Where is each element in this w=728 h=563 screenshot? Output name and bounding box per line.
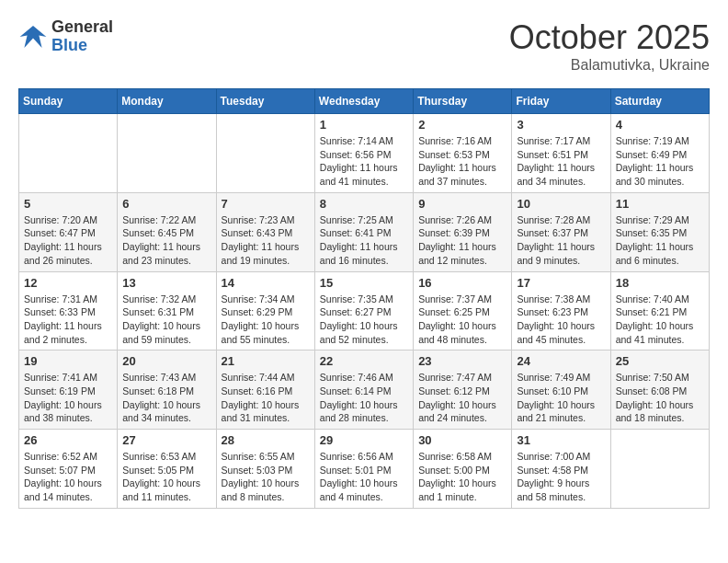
day-number: 18: [616, 276, 704, 290]
day-number: 19: [24, 354, 112, 368]
day-info: Sunrise: 7:14 AMSunset: 6:56 PMDaylight:…: [320, 134, 408, 189]
day-number: 30: [418, 433, 506, 447]
logo: General Blue: [18, 18, 113, 55]
day-info: Sunrise: 7:32 AMSunset: 6:31 PMDaylight:…: [122, 293, 210, 347]
day-info: Sunrise: 7:23 AMSunset: 6:43 PMDaylight:…: [222, 213, 310, 268]
calendar-cell: 8Sunrise: 7:25 AMSunset: 6:41 PMDaylight…: [314, 192, 413, 271]
day-number: 8: [320, 197, 408, 211]
weekday-header-thursday: Thursday: [414, 89, 512, 114]
calendar-cell: 22Sunrise: 7:46 AMSunset: 6:14 PMDayligh…: [314, 350, 413, 430]
day-info: Sunrise: 7:00 AMSunset: 4:58 PMDaylight:…: [517, 450, 605, 504]
day-number: 26: [24, 433, 112, 447]
calendar-cell: 24Sunrise: 7:49 AMSunset: 6:10 PMDayligh…: [512, 350, 610, 430]
logo-text: General Blue: [51, 18, 113, 55]
day-number: 1: [320, 118, 408, 132]
day-info: Sunrise: 6:55 AMSunset: 5:03 PMDaylight:…: [222, 450, 310, 504]
day-number: 31: [517, 433, 605, 447]
day-number: 10: [517, 197, 605, 211]
day-number: 17: [517, 276, 605, 290]
day-info: Sunrise: 7:41 AMSunset: 6:19 PMDaylight:…: [24, 371, 112, 425]
calendar-cell: 3Sunrise: 7:17 AMSunset: 6:51 PMDaylight…: [512, 114, 610, 193]
calendar-cell: 10Sunrise: 7:28 AMSunset: 6:37 PMDayligh…: [512, 192, 610, 271]
day-info: Sunrise: 7:28 AMSunset: 6:37 PMDaylight:…: [517, 213, 605, 268]
calendar-cell: 31Sunrise: 7:00 AMSunset: 4:58 PMDayligh…: [512, 430, 610, 509]
calendar-table: SundayMondayTuesdayWednesdayThursdayFrid…: [18, 88, 710, 509]
calendar-cell: [118, 114, 216, 193]
day-number: 29: [320, 433, 408, 447]
day-number: 24: [517, 354, 605, 368]
day-number: 20: [122, 354, 210, 368]
day-number: 11: [616, 197, 704, 211]
day-info: Sunrise: 6:58 AMSunset: 5:00 PMDaylight:…: [418, 450, 506, 504]
day-number: 7: [222, 197, 310, 211]
day-number: 23: [418, 354, 506, 368]
day-info: Sunrise: 7:40 AMSunset: 6:21 PMDaylight:…: [616, 293, 704, 347]
calendar-cell: 7Sunrise: 7:23 AMSunset: 6:43 PMDaylight…: [216, 192, 314, 271]
weekday-header-sunday: Sunday: [19, 89, 118, 114]
day-number: 22: [320, 354, 408, 368]
day-info: Sunrise: 7:49 AMSunset: 6:10 PMDaylight:…: [517, 371, 605, 425]
weekday-header-friday: Friday: [512, 89, 610, 114]
calendar-cell: 29Sunrise: 6:56 AMSunset: 5:01 PMDayligh…: [314, 430, 413, 509]
calendar-week-row: 19Sunrise: 7:41 AMSunset: 6:19 PMDayligh…: [19, 350, 710, 430]
day-info: Sunrise: 6:52 AMSunset: 5:07 PMDaylight:…: [24, 450, 112, 504]
weekday-header-row: SundayMondayTuesdayWednesdayThursdayFrid…: [19, 89, 710, 114]
day-number: 12: [24, 276, 112, 290]
calendar-cell: 11Sunrise: 7:29 AMSunset: 6:35 PMDayligh…: [610, 192, 709, 271]
day-info: Sunrise: 7:46 AMSunset: 6:14 PMDaylight:…: [320, 371, 408, 425]
day-number: 2: [418, 118, 506, 132]
page-header: General Blue October 2025 Balamutivka, U…: [18, 18, 710, 74]
calendar-cell: 28Sunrise: 6:55 AMSunset: 5:03 PMDayligh…: [216, 430, 314, 509]
day-number: 15: [320, 276, 408, 290]
calendar-cell: 16Sunrise: 7:37 AMSunset: 6:25 PMDayligh…: [414, 271, 512, 350]
day-number: 13: [122, 276, 210, 290]
calendar-cell: 4Sunrise: 7:19 AMSunset: 6:49 PMDaylight…: [610, 114, 709, 193]
title-block: October 2025 Balamutivka, Ukraine: [509, 18, 710, 74]
calendar-cell: 2Sunrise: 7:16 AMSunset: 6:53 PMDaylight…: [414, 114, 512, 193]
day-number: 27: [122, 433, 210, 447]
logo-icon: [18, 22, 48, 52]
calendar-cell: 20Sunrise: 7:43 AMSunset: 6:18 PMDayligh…: [118, 350, 216, 430]
calendar-cell: 17Sunrise: 7:38 AMSunset: 6:23 PMDayligh…: [512, 271, 610, 350]
day-number: 14: [222, 276, 310, 290]
day-number: 16: [418, 276, 506, 290]
day-info: Sunrise: 6:53 AMSunset: 5:05 PMDaylight:…: [122, 450, 210, 504]
calendar-cell: 12Sunrise: 7:31 AMSunset: 6:33 PMDayligh…: [19, 271, 118, 350]
day-info: Sunrise: 7:50 AMSunset: 6:08 PMDaylight:…: [616, 371, 704, 425]
calendar-cell: 19Sunrise: 7:41 AMSunset: 6:19 PMDayligh…: [19, 350, 118, 430]
calendar-cell: 30Sunrise: 6:58 AMSunset: 5:00 PMDayligh…: [414, 430, 512, 509]
calendar-cell: 6Sunrise: 7:22 AMSunset: 6:45 PMDaylight…: [118, 192, 216, 271]
day-info: Sunrise: 7:22 AMSunset: 6:45 PMDaylight:…: [122, 213, 210, 268]
weekday-header-saturday: Saturday: [610, 89, 709, 114]
calendar-week-row: 1Sunrise: 7:14 AMSunset: 6:56 PMDaylight…: [19, 114, 710, 193]
calendar-cell: 26Sunrise: 6:52 AMSunset: 5:07 PMDayligh…: [19, 430, 118, 509]
day-number: 4: [616, 118, 704, 132]
day-info: Sunrise: 7:26 AMSunset: 6:39 PMDaylight:…: [418, 213, 506, 268]
day-info: Sunrise: 7:19 AMSunset: 6:49 PMDaylight:…: [616, 134, 704, 189]
day-number: 9: [418, 197, 506, 211]
location: Balamutivka, Ukraine: [509, 57, 710, 74]
weekday-header-tuesday: Tuesday: [216, 89, 314, 114]
day-info: Sunrise: 7:34 AMSunset: 6:29 PMDaylight:…: [222, 293, 310, 347]
calendar-week-row: 26Sunrise: 6:52 AMSunset: 5:07 PMDayligh…: [19, 430, 710, 509]
day-info: Sunrise: 7:31 AMSunset: 6:33 PMDaylight:…: [24, 293, 112, 347]
day-number: 3: [517, 118, 605, 132]
day-info: Sunrise: 7:20 AMSunset: 6:47 PMDaylight:…: [24, 213, 112, 268]
calendar-cell: 9Sunrise: 7:26 AMSunset: 6:39 PMDaylight…: [414, 192, 512, 271]
day-info: Sunrise: 7:17 AMSunset: 6:51 PMDaylight:…: [517, 134, 605, 189]
calendar-week-row: 12Sunrise: 7:31 AMSunset: 6:33 PMDayligh…: [19, 271, 710, 350]
day-number: 6: [122, 197, 210, 211]
calendar-cell: 25Sunrise: 7:50 AMSunset: 6:08 PMDayligh…: [610, 350, 709, 430]
day-info: Sunrise: 7:37 AMSunset: 6:25 PMDaylight:…: [418, 293, 506, 347]
svg-marker-0: [20, 26, 47, 48]
calendar-cell: 15Sunrise: 7:35 AMSunset: 6:27 PMDayligh…: [314, 271, 413, 350]
day-number: 25: [616, 354, 704, 368]
calendar-cell: [19, 114, 118, 193]
day-info: Sunrise: 7:29 AMSunset: 6:35 PMDaylight:…: [616, 213, 704, 268]
calendar-week-row: 5Sunrise: 7:20 AMSunset: 6:47 PMDaylight…: [19, 192, 710, 271]
day-info: Sunrise: 7:16 AMSunset: 6:53 PMDaylight:…: [418, 134, 506, 189]
calendar-cell: 23Sunrise: 7:47 AMSunset: 6:12 PMDayligh…: [414, 350, 512, 430]
day-number: 21: [222, 354, 310, 368]
day-number: 5: [24, 197, 112, 211]
calendar-cell: 5Sunrise: 7:20 AMSunset: 6:47 PMDaylight…: [19, 192, 118, 271]
